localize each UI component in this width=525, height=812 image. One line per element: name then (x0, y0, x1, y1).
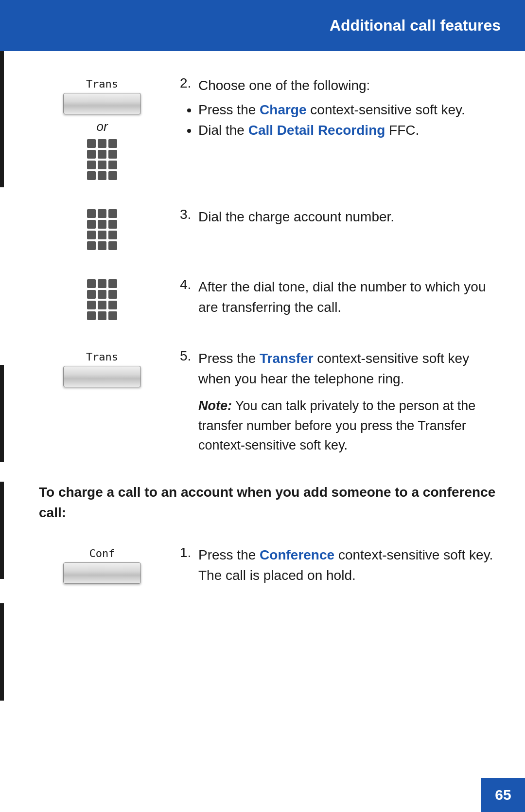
key (98, 290, 106, 299)
conf-right: 1. Press the Conference context-sensitiv… (165, 545, 496, 590)
step5-right: 5. Press the Transfer context-sensitive … (165, 348, 496, 455)
conference-link: Conference (260, 547, 334, 562)
page-number-box: 65 (481, 778, 525, 812)
step4-row: 4. After the dial tone, dial the number … (39, 277, 496, 322)
key (98, 279, 106, 288)
keypad-3 (87, 279, 117, 320)
key (108, 311, 117, 320)
key (108, 220, 117, 229)
page-number: 65 (495, 787, 511, 803)
key (98, 311, 106, 320)
step3-row: 3. Dial the charge account number. (39, 207, 496, 250)
step4-right: 4. After the dial tone, dial the number … (165, 277, 496, 322)
keypad-1 (87, 139, 117, 180)
key (87, 139, 96, 148)
conf-step1-number: 1. (180, 545, 198, 560)
step5-number: 5. (180, 348, 198, 364)
trans-label-1: Trans (86, 78, 118, 90)
step4-number: 4. (180, 277, 198, 292)
key (108, 139, 117, 148)
or-text: or (96, 119, 107, 134)
key (108, 241, 117, 250)
key (87, 311, 96, 320)
main-content: Trans or 2. Ch (0, 51, 525, 655)
step4-left (39, 277, 165, 320)
key (98, 231, 106, 239)
key (98, 161, 106, 169)
transfer-link-2: Transfer (418, 418, 466, 433)
step2-right: 2. Choose one of the following: Press th… (165, 75, 496, 144)
key (108, 209, 117, 218)
key (87, 220, 96, 229)
step3-text: Dial the charge account number. (198, 207, 496, 227)
key (98, 301, 106, 309)
step2-row: Trans or 2. Ch (39, 75, 496, 180)
step2-content: Choose one of the following: Press the C… (198, 75, 496, 144)
key (87, 171, 96, 180)
keypad-2 (87, 209, 117, 250)
key (98, 241, 106, 250)
step2-wrapper: 2. Choose one of the following: Press th… (180, 75, 496, 144)
key (87, 301, 96, 309)
step2-dash-list: Press the Charge context-sensitive soft … (198, 100, 496, 141)
dash-item-1: Press the Charge context-sensitive soft … (198, 100, 496, 120)
conf-softkey[interactable] (63, 562, 141, 584)
conf-section-heading: To charge a call to an account when you … (39, 482, 496, 523)
key (98, 171, 106, 180)
transfer-link-1: Transfer (260, 351, 314, 366)
step3-number: 3. (180, 207, 198, 222)
header-bar: Additional call features (0, 0, 525, 51)
step4-text: After the dial tone, dial the number to … (198, 277, 496, 318)
note-label: Note: (198, 398, 232, 413)
trans-label-2: Trans (86, 351, 118, 363)
key (87, 161, 96, 169)
conf-step1-wrapper: 1. Press the Conference context-sensitiv… (180, 545, 496, 590)
key (108, 279, 117, 288)
key (98, 150, 106, 159)
key (87, 231, 96, 239)
key (98, 139, 106, 148)
step5-left: Trans (39, 348, 165, 387)
key (108, 231, 117, 239)
step3-content: Dial the charge account number. (198, 207, 496, 231)
key (87, 279, 96, 288)
dash-item-2: Dial the Call Detail Recording FFC. (198, 120, 496, 141)
conf-label: Conf (89, 547, 115, 559)
key (108, 150, 117, 159)
step2-text: Choose one of the following: (198, 75, 496, 96)
step3-right: 3. Dial the charge account number. (165, 207, 496, 231)
page-title: Additional call features (330, 17, 501, 35)
conf-left: Conf (39, 545, 165, 584)
charge-link: Charge (260, 102, 306, 117)
cdr-link: Call Detail Recording (248, 123, 385, 138)
step2-number: 2. (180, 75, 198, 91)
conf-step1-text: Press the Conference context-sensitive s… (198, 545, 496, 586)
step4-content: After the dial tone, dial the number to … (198, 277, 496, 322)
step3-left (39, 207, 165, 250)
key (87, 290, 96, 299)
key (108, 161, 117, 169)
key (87, 241, 96, 250)
conf-step1-content: Press the Conference context-sensitive s… (198, 545, 496, 590)
conf-step1-row: Conf 1. Press the Conference context-sen… (39, 545, 496, 590)
key (98, 220, 106, 229)
key (108, 301, 117, 309)
trans-softkey-2[interactable] (63, 366, 141, 387)
step2-left: Trans or (39, 75, 165, 180)
key (108, 290, 117, 299)
step4-wrapper: 4. After the dial tone, dial the number … (180, 277, 496, 322)
step5-text: Press the Transfer context-sensitive sof… (198, 348, 496, 389)
key (98, 209, 106, 218)
key (87, 209, 96, 218)
key (87, 150, 96, 159)
step5-note: Note: You can talk privately to the pers… (198, 396, 496, 455)
step3-wrapper: 3. Dial the charge account number. (180, 207, 496, 231)
step5-wrapper: 5. Press the Transfer context-sensitive … (180, 348, 496, 455)
step5-row: Trans 5. Press the Transfer context-sens… (39, 348, 496, 455)
key (108, 171, 117, 180)
step5-content: Press the Transfer context-sensitive sof… (198, 348, 496, 455)
trans-softkey-1[interactable] (63, 93, 141, 114)
